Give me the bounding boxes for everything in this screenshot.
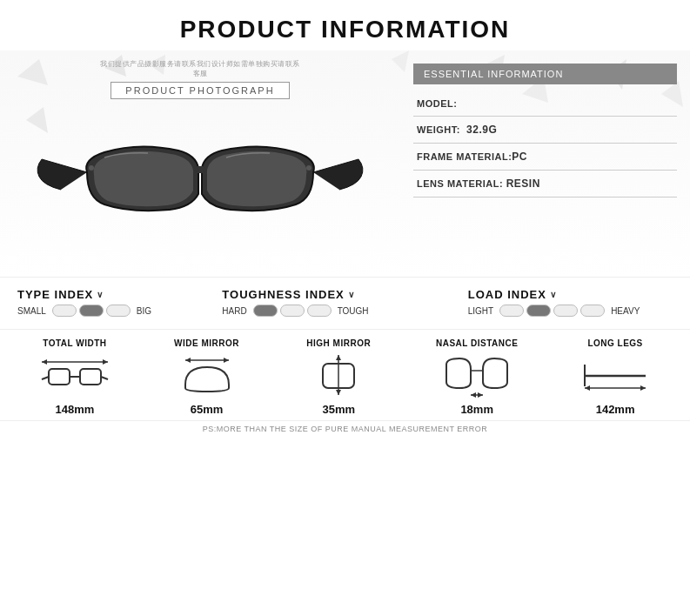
weight-label: WEIGHT: [417, 124, 466, 135]
long-legs-value: 142mm [596, 403, 635, 416]
svg-marker-24 [336, 390, 341, 395]
toughness-index-bar: HARD TOUGH [222, 305, 372, 317]
wide-mirror-value: 65mm [191, 403, 224, 416]
svg-marker-28 [471, 392, 476, 398]
long-legs-label: LONG LEGS [587, 338, 642, 348]
product-photo-label: 我们提供产品摄影服务请联系我们设计师如需单独购买请联系客服 PRODUCT PH… [100, 59, 300, 97]
load-index-group: LOAD INDEX ∨ LIGHT HEAVY [468, 288, 673, 317]
ps-note: PS:MORE THAN THE SIZE OF PURE MANUAL MEA… [0, 420, 690, 439]
svg-marker-23 [336, 355, 341, 360]
info-row-model: MODEL: [413, 91, 677, 117]
info-row-weight: WEIGHT: 32.9G [413, 117, 677, 144]
frame-label: FRAME MATERIAL: [417, 151, 512, 162]
load-bar-3 [553, 305, 578, 317]
toughness-bar-2 [280, 305, 305, 317]
type-index-bar: SMALL BIG [17, 305, 155, 317]
svg-rect-15 [49, 369, 70, 385]
type-index-label: TYPE INDEX [17, 288, 93, 301]
nasal-distance-value: 18mm [460, 403, 493, 416]
info-panel-title: ESSENTIAL INFORMATION [413, 64, 677, 84]
load-index-chevron[interactable]: ∨ [550, 290, 557, 299]
lens-value: RESIN [506, 177, 540, 190]
measure-total-width: TOTAL WIDTH 148mm [40, 338, 110, 416]
weight-value: 32.9G [466, 124, 497, 136]
svg-point-11 [306, 165, 312, 171]
total-width-value: 148mm [55, 403, 94, 416]
high-mirror-label: HIGH MIRROR [306, 338, 371, 348]
page-title: PRODUCT INFORMATION [0, 16, 690, 44]
svg-rect-9 [196, 166, 204, 173]
svg-marker-34 [640, 385, 646, 391]
model-label: MODEL: [417, 98, 457, 109]
load-bar-4 [580, 305, 605, 317]
measure-high-mirror: HIGH MIRROR 35mm [304, 338, 373, 416]
toughness-index-label: TOUGHNESS INDEX [222, 288, 344, 301]
svg-marker-14 [103, 359, 108, 365]
type-bar-3 [106, 305, 131, 317]
toughness-bar-1 [253, 305, 278, 317]
total-width-icon [40, 352, 110, 399]
toughness-tough-label: TOUGH [338, 306, 369, 316]
measure-long-legs: LONG LEGS 142mm [580, 338, 650, 416]
svg-line-17 [42, 377, 49, 379]
load-heavy-label: HEAVY [611, 306, 640, 316]
toughness-hard-label: HARD [222, 306, 246, 316]
toughness-bar-3 [307, 305, 332, 317]
sunglasses-image [26, 98, 374, 255]
load-index-bar: LIGHT HEAVY [468, 305, 644, 317]
toughness-index-group: TOUGHNESS INDEX ∨ HARD TOUGH [222, 288, 467, 317]
measurements-section: TOTAL WIDTH 148mm WIDE MIRROR [0, 329, 690, 420]
long-legs-icon [580, 352, 650, 399]
load-index-label: LOAD INDEX [468, 288, 546, 301]
info-panel: ESSENTIAL INFORMATION MODEL: WEIGHT: 32.… [400, 50, 690, 277]
svg-marker-21 [224, 358, 229, 363]
total-width-label: TOTAL WIDTH [43, 338, 106, 348]
toughness-index-chevron[interactable]: ∨ [348, 290, 355, 299]
index-row: TYPE INDEX ∨ SMALL BIG TOUGHNESS INDEX ∨… [17, 288, 673, 317]
measure-wide-mirror: WIDE MIRROR 65mm [172, 338, 242, 416]
load-index-title: LOAD INDEX ∨ [468, 288, 557, 301]
type-index-title: TYPE INDEX ∨ [17, 288, 104, 301]
svg-point-10 [89, 165, 94, 171]
load-bar-1 [499, 305, 524, 317]
measure-nasal-distance: NASAL DISTANCE 18mm [436, 338, 518, 416]
page-header: PRODUCT INFORMATION [0, 0, 690, 50]
type-bar-1 [52, 305, 77, 317]
wide-mirror-icon [172, 352, 242, 399]
nasal-distance-label: NASAL DISTANCE [436, 338, 518, 348]
svg-marker-20 [185, 358, 191, 363]
svg-marker-13 [42, 359, 47, 365]
high-mirror-value: 35mm [322, 403, 355, 416]
top-section: 我们提供产品摄影服务请联系我们设计师如需单独购买请联系客服 PRODUCT PH… [0, 50, 690, 277]
high-mirror-icon [304, 352, 373, 399]
wide-mirror-label: WIDE MIRROR [174, 338, 239, 348]
type-small-label: SMALL [17, 306, 46, 316]
info-row-lens: LENS MATERIAL: RESIN [413, 171, 677, 198]
svg-line-18 [101, 377, 108, 379]
type-bar-2 [79, 305, 104, 317]
type-big-label: BIG [137, 306, 151, 316]
frame-value: PC [512, 151, 527, 163]
svg-marker-29 [478, 392, 483, 398]
photo-main-label: PRODUCT PHOTOGRAPH [111, 82, 289, 99]
load-light-label: LIGHT [468, 306, 493, 316]
load-bar-2 [526, 305, 551, 317]
index-section: TYPE INDEX ∨ SMALL BIG TOUGHNESS INDEX ∨… [0, 277, 690, 329]
photo-subtitle: 我们提供产品摄影服务请联系我们设计师如需单独购买请联系客服 [100, 59, 300, 78]
type-index-chevron[interactable]: ∨ [97, 290, 104, 299]
svg-rect-16 [80, 369, 101, 385]
nasal-distance-icon [442, 352, 512, 399]
info-row-frame: FRAME MATERIAL:PC [413, 144, 677, 171]
toughness-index-title: TOUGHNESS INDEX ∨ [222, 288, 354, 301]
lens-label: LENS MATERIAL: [417, 178, 506, 189]
photo-area: 我们提供产品摄影服务请联系我们设计师如需单独购买请联系客服 PRODUCT PH… [0, 50, 400, 277]
type-index-group: TYPE INDEX ∨ SMALL BIG [17, 288, 222, 317]
